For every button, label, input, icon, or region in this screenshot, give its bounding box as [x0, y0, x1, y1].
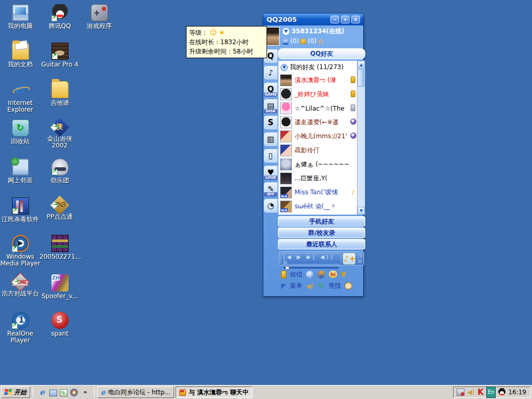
sms-phone-icon[interactable] — [281, 271, 286, 278]
quicklaunch-overflow-chevron[interactable]: » — [81, 388, 90, 397]
friend-group-header[interactable]: ▼ 我的好友 (11/273) — [278, 61, 357, 73]
sms-label[interactable]: 短信 — [290, 270, 302, 279]
qq-tray-icon[interactable] — [498, 388, 506, 396]
desktop-icon-gamepad[interactable]: 游戏程序 — [79, 4, 119, 30]
pet-dog-icon[interactable] — [344, 282, 352, 289]
friend-avatar[interactable] — [280, 88, 292, 100]
taskbar-task-button[interactable]: e电白同乡论坛 - http... — [97, 387, 174, 398]
desktop-icon-recycle[interactable]: 回收站 — [0, 119, 41, 145]
desktop-icon-pp[interactable]: PP点点通 — [39, 197, 80, 220]
friend-avatar[interactable] — [280, 130, 292, 142]
player-progress-track[interactable] — [283, 267, 339, 269]
scheduler-tray-icon[interactable] — [457, 389, 464, 396]
taskbar-task-button[interactable]: 与 滇水潕蓉ಌ 聊天中 — [176, 387, 252, 398]
player-play-icon[interactable]: ▶ — [297, 254, 303, 260]
user-number-status[interactable]: 35831234(在线) — [291, 27, 344, 36]
wmp-quicklaunch-icon[interactable] — [70, 389, 78, 396]
desktop-icon-kingsoft[interactable]: 金山游侠 2002 — [39, 119, 80, 149]
desktop-icon-qq-pc[interactable]: 腾讯QQ — [39, 4, 80, 30]
search-magnifier-icon[interactable]: 🔍︎ — [317, 282, 325, 290]
friend-row[interactable]: N/Asωëêt 渝(__〃 — [278, 200, 357, 214]
start-button[interactable]: 开始 — [1, 387, 30, 398]
status-dropdown-icon[interactable]: ▼ — [283, 28, 289, 35]
desktop-icon-spoofer[interactable]: Spoofer_v... — [39, 274, 80, 300]
friend-row[interactable]: ☆^Lilac^☆(The — [278, 101, 357, 115]
resize-grip[interactable]: ⋰ — [357, 289, 362, 295]
scroll-up-icon[interactable]: ▲ — [357, 61, 365, 69]
home-icon[interactable]: ⌂ — [318, 38, 323, 44]
player-loop-icon[interactable]: ↻ — [283, 260, 289, 265]
player-controls[interactable]: |◀ ▶ ▶| ◀)) ↻ — [281, 253, 341, 264]
player-volume-icon[interactable]: ◀)) — [320, 254, 335, 260]
desktop-icon-wmp[interactable]: Windows Media Player — [0, 235, 41, 267]
desktop-icon-haofang[interactable]: 浩方对战平台 — [0, 274, 41, 297]
volume-tray-icon[interactable]: ◀) — [467, 388, 475, 397]
desktop-icon-folder-docs[interactable]: 我的文档 — [0, 43, 41, 68]
player-prev-icon[interactable]: |◀ — [283, 254, 293, 260]
add-song-button[interactable]: ♪+ — [343, 253, 355, 264]
friend-row[interactable]: 疏影伶仃 — [278, 143, 357, 157]
desktop-icon-jiangmin[interactable]: 江民杀毒软件 — [0, 197, 41, 223]
desktop-icon-realone[interactable]: RealOne Player — [0, 312, 41, 344]
expand-button[interactable]: + — [341, 16, 350, 23]
sidebar-love-tab[interactable]: ♥LOVE — [263, 165, 278, 180]
scrollbar-thumb[interactable] — [357, 69, 364, 87]
menu-label[interactable]: 菜单 — [290, 282, 302, 290]
sound-speaker-icon[interactable]: ◀) — [306, 282, 314, 290]
player-expand-icons[interactable]: ❐◲ — [356, 254, 363, 263]
friend-avatar[interactable] — [280, 158, 292, 170]
scroll-down-icon[interactable]: ▼ — [357, 207, 365, 215]
sidebar-music-tab[interactable]: ♪ — [263, 65, 278, 80]
input-method-indicator[interactable]: En — [486, 387, 496, 398]
panel-button[interactable]: 手机好友 — [278, 216, 365, 227]
desktop-icon-guitarpro[interactable]: Guitar Pro 4 — [39, 43, 80, 68]
friend-row[interactable]: N/AMiss Tan(″嗳悕♪ — [278, 185, 357, 200]
desktop-icon-rar[interactable]: 200502271... — [39, 235, 80, 260]
kingsoft-tray-icon[interactable]: K — [477, 388, 484, 397]
desktop-icon-my-computer[interactable]: 我的电脑 — [0, 4, 41, 30]
show-desktop-icon[interactable] — [49, 390, 57, 396]
sidebar-mobile-tab[interactable]: ▯ — [263, 149, 278, 163]
user-avatar[interactable] — [265, 27, 280, 46]
friend-row[interactable]: ...巨蟹座,Υ( — [278, 171, 357, 185]
friend-row[interactable]: _姈姅ひ蓅婊 — [278, 87, 357, 101]
find-label[interactable]: 查找 — [328, 282, 341, 290]
tab-qq-friends[interactable]: QQ好友 — [278, 48, 365, 59]
editor-quicklaunch-icon[interactable] — [60, 389, 68, 396]
desktop-icon-folder[interactable]: 吉他谱 — [39, 81, 80, 107]
sidebar-diy-tab[interactable]: ✎DIY — [263, 182, 278, 196]
ie-quicklaunch-icon[interactable]: e — [37, 388, 47, 397]
friend-avatar[interactable] — [280, 172, 292, 184]
sidebar-friend-s-tab[interactable]: S — [263, 115, 278, 130]
qq-coin-icon[interactable]: ¥ — [341, 270, 346, 278]
friend-avatar[interactable] — [280, 144, 292, 156]
mail-icon[interactable]: ✉ — [283, 38, 288, 45]
friend-row[interactable]: 滇水潕蓉ಌ (潴 — [278, 73, 357, 87]
friend-row[interactable]: N/Aぁ忍( 〝: — [278, 214, 357, 215]
friend-row[interactable]: 逶走逶爱(←※逶 — [278, 115, 357, 129]
friend-avatar[interactable] — [280, 102, 292, 114]
sidebar-disk-tab[interactable]: ▤DISK — [263, 99, 278, 113]
friend-avatar[interactable]: N/A — [280, 201, 292, 212]
close-button[interactable]: × — [351, 16, 360, 23]
sidebar-browser-ball-tab[interactable]: ◔ — [263, 198, 278, 213]
sidebar-game-tab[interactable]: QGAME — [263, 82, 278, 97]
player-progress-thumb[interactable] — [285, 266, 289, 270]
desktop-icon-o2jam[interactable]: 劲乐团 — [39, 158, 80, 184]
browser-swirl-icon[interactable] — [317, 271, 325, 278]
minimize-button[interactable]: – — [330, 16, 339, 23]
group-collapse-icon[interactable]: ▼ — [281, 64, 288, 71]
friend-avatar[interactable]: N/A — [280, 187, 292, 198]
friend-avatar[interactable] — [280, 74, 292, 86]
alert-bell-icon[interactable] — [300, 38, 306, 44]
desktop-icon-ie[interactable]: Internet Explorer — [0, 81, 41, 113]
desktop-icon-spant[interactable]: spant — [39, 312, 80, 337]
desktop-icon-network[interactable]: 网上邻居 — [0, 158, 41, 184]
tm-hi-icon[interactable]: hi — [329, 271, 337, 278]
qq-browser-icon[interactable] — [306, 271, 314, 278]
player-next-icon[interactable]: ▶| — [307, 254, 316, 260]
friend-avatar[interactable] — [280, 116, 292, 128]
panel-button[interactable]: 最近联系人 — [278, 239, 365, 249]
qq-title-bar[interactable]: QQ2005 – + × — [263, 14, 363, 25]
menu-arrow-icon[interactable]: ◤ — [281, 282, 286, 290]
